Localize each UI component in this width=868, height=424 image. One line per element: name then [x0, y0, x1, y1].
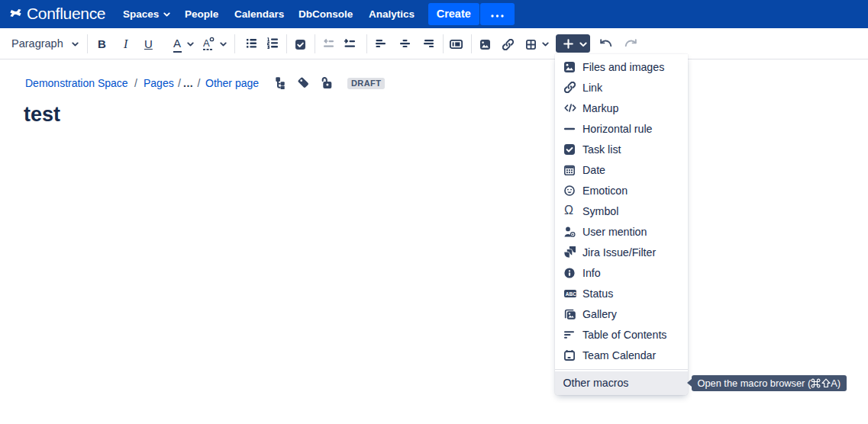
svg-text:ABC: ABC	[566, 291, 576, 296]
svg-text:A: A	[203, 37, 210, 49]
